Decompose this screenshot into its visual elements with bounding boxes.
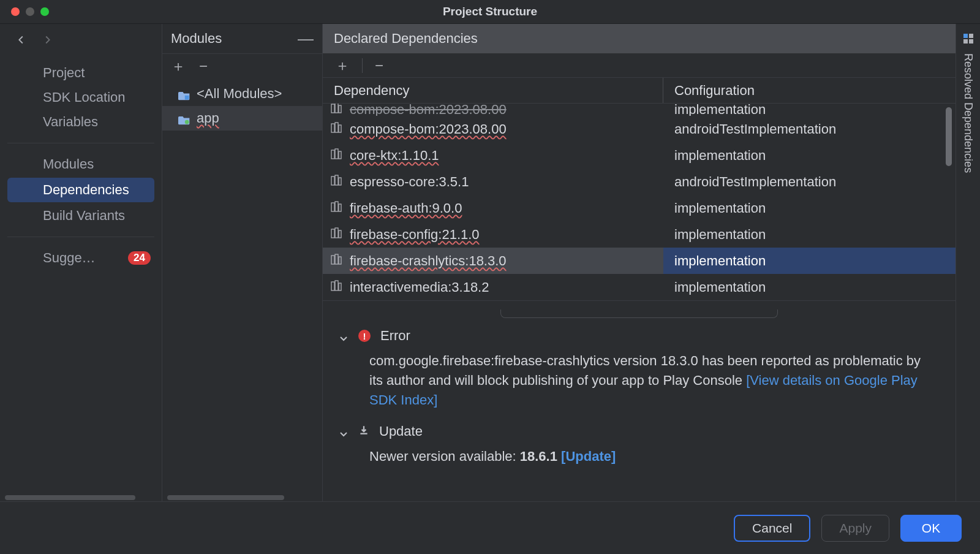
dependency-configuration-cell[interactable]: implementation [663,221,956,248]
svg-rect-15 [335,202,338,211]
add-dependency-button[interactable]: ＋ [330,53,355,78]
nav-separator [7,237,154,237]
dependency-name: firebase-crashlytics:18.3.0 [350,253,507,269]
dependency-row[interactable]: firebase-auth:9.0.0implementation [323,195,956,221]
dependency-name: compose-bom:2023.08.00 [350,104,507,116]
dependency-name: compose-bom:2023.08.00 [350,121,507,137]
left-sidebar: Project SDK Location Variables Modules D… [0,24,162,501]
dependency-configuration-cell[interactable]: implementation [663,104,956,116]
svg-rect-7 [339,125,341,132]
toolbar-separator [362,58,363,73]
library-icon [330,200,342,216]
back-button[interactable] [15,33,28,49]
library-icon [330,148,342,164]
details-box-outline [500,309,778,318]
dependency-configuration-cell[interactable]: implementation [663,142,956,169]
error-label: Error [380,328,410,344]
dependency-name-cell[interactable]: firebase-config:21.1.0 [323,221,663,248]
modules-panel: Modules — ＋ − <All Modules> app [162,24,322,501]
cancel-button[interactable]: Cancel [734,515,810,542]
nav-separator [7,143,154,143]
error-icon: ! [358,330,371,342]
dependency-row[interactable]: core-ktx:1.10.1implementation [323,142,956,169]
svg-rect-0 [185,96,189,100]
dependency-name-cell[interactable]: firebase-crashlytics:18.3.0 [323,248,663,274]
forward-button[interactable] [40,33,54,49]
dependency-name-cell[interactable]: compose-bom:2023.08.00 [323,116,663,142]
dependency-row[interactable]: firebase-config:21.1.0implementation [323,221,956,248]
svg-rect-9 [335,149,338,159]
declared-dependencies-header: Declared Dependencies [323,24,956,53]
left-horizontal-scrollbar[interactable] [0,493,162,501]
dependency-name-cell[interactable]: core-ktx:1.10.1 [323,142,663,169]
dependencies-table-body: compose-bom:2023.08.00implementationcomp… [323,104,956,300]
add-module-button[interactable]: ＋ [171,56,186,76]
dependency-configuration-cell[interactable]: implementation [663,195,956,221]
resolved-dependencies-tab[interactable]: Resolved Dependencies [956,24,980,501]
nav-item-sdk-location[interactable]: SDK Location [0,85,162,110]
svg-rect-8 [331,150,334,159]
update-version: 18.6.1 [520,449,561,464]
apply-button: Apply [821,515,889,542]
dependency-name-cell[interactable]: firebase-auth:9.0.0 [323,195,663,221]
remove-dependency-button[interactable]: − [370,55,388,77]
library-icon [330,279,342,295]
dependency-name-cell[interactable]: interactivemedia:3.18.2 [323,274,663,300]
nav-item-project[interactable]: Project [0,61,162,85]
suggestions-count-badge: 24 [128,251,151,265]
svg-rect-10 [339,151,341,159]
dependency-name-cell[interactable]: espresso-core:3.5.1 [323,169,663,195]
svg-rect-20 [331,256,334,264]
nav-item-modules[interactable]: Modules [0,152,162,176]
modules-horizontal-scrollbar[interactable] [162,493,322,501]
svg-rect-25 [339,283,341,290]
update-link[interactable]: [Update] [561,449,616,464]
library-icon [330,174,342,190]
dependency-row[interactable]: compose-bom:2023.08.00androidTestImpleme… [323,116,956,142]
dependency-name: firebase-auth:9.0.0 [350,200,462,216]
modules-collapse-icon[interactable]: — [298,29,314,48]
svg-rect-12 [335,175,338,185]
dependency-name: espresso-core:3.5.1 [350,174,469,190]
svg-rect-5 [331,124,334,132]
remove-module-button[interactable]: − [199,58,208,75]
svg-rect-2 [331,104,334,113]
dependency-configuration-cell[interactable]: implementation [663,274,956,300]
column-header-configuration[interactable]: Configuration [663,78,956,103]
dependency-configuration-cell[interactable]: androidTestImplementation [663,116,956,142]
library-icon [330,121,342,137]
svg-rect-14 [331,203,334,211]
resolved-dependencies-icon [962,32,974,47]
nav-item-variables[interactable]: Variables [0,110,162,134]
error-section-header[interactable]: ! Error [335,328,943,344]
svg-rect-13 [339,178,341,185]
update-prefix: Newer version available: [369,449,520,464]
ok-button[interactable]: OK [900,515,962,542]
dependency-row[interactable]: interactivemedia:3.18.2implementation [323,274,956,300]
svg-rect-19 [339,230,341,238]
dependencies-toolbar: ＋ − [323,53,956,78]
svg-rect-4 [339,105,341,113]
svg-rect-27 [969,34,973,38]
dependency-configuration-cell[interactable]: androidTestImplementation [663,169,956,195]
modules-toolbar: ＋ − [162,53,322,78]
dependency-row[interactable]: compose-bom:2023.08.00implementation [323,104,956,116]
update-label: Update [379,423,423,439]
module-item-app[interactable]: app [162,106,322,131]
svg-point-1 [185,120,189,124]
dependency-row[interactable]: firebase-crashlytics:18.3.0implementatio… [323,248,956,274]
nav-item-build-variants[interactable]: Build Variants [0,203,162,228]
module-item-label: <All Modules> [197,86,282,102]
svg-rect-16 [339,204,341,211]
nav-item-suggestions[interactable]: Sugge… 24 [0,246,162,270]
nav-item-suggestions-label: Sugge… [43,250,96,266]
svg-rect-29 [969,39,973,44]
dependency-configuration-cell[interactable]: implementation [663,248,956,274]
update-section-header[interactable]: Update [335,423,943,439]
column-header-dependency[interactable]: Dependency [323,78,663,103]
dependency-name-cell[interactable]: compose-bom:2023.08.00 [323,104,663,116]
nav-item-dependencies[interactable]: Dependencies [7,178,154,202]
folder-icon [178,88,190,99]
module-item-all-modules[interactable]: <All Modules> [162,82,322,106]
dependency-row[interactable]: espresso-core:3.5.1androidTestImplementa… [323,169,956,195]
